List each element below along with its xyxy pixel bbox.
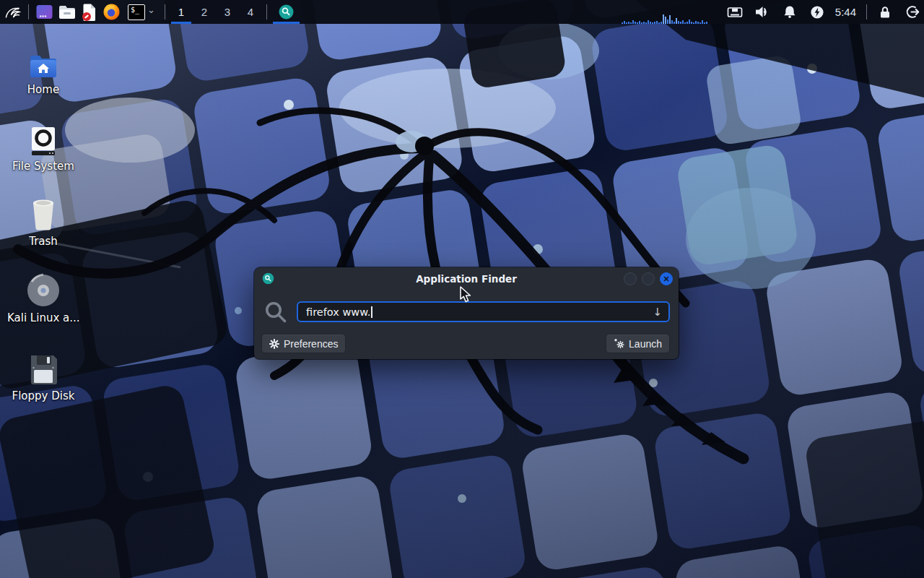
workspace-1-label: 1 bbox=[178, 6, 184, 18]
application-finder-window: Application Finder ✕ firefox www. ↓ bbox=[254, 267, 679, 359]
workspace-2[interactable]: 2 bbox=[193, 0, 216, 24]
desktop-icon-label: Trash bbox=[7, 235, 79, 248]
panel-separator bbox=[866, 4, 867, 20]
file-manager-icon bbox=[58, 4, 77, 21]
lock-screen-icon[interactable] bbox=[876, 0, 894, 24]
network-tray-icon[interactable] bbox=[726, 0, 744, 24]
search-input-value: firefox www. bbox=[306, 306, 370, 318]
system-monitor-graph[interactable] bbox=[622, 0, 717, 24]
titlebar[interactable]: Application Finder ✕ bbox=[254, 267, 679, 290]
text-caret bbox=[371, 306, 372, 318]
preferences-button[interactable]: Preferences bbox=[261, 334, 346, 353]
minimize-button[interactable] bbox=[624, 272, 637, 285]
workspace-3-label: 3 bbox=[225, 6, 230, 18]
volume-tray-icon[interactable] bbox=[754, 0, 771, 24]
workspace-4[interactable]: 4 bbox=[239, 0, 262, 24]
panel-clock[interactable]: 5:44 bbox=[835, 6, 856, 18]
gear-icon bbox=[269, 339, 279, 349]
terminal-emulator-launcher[interactable] bbox=[33, 0, 56, 24]
panel-separator bbox=[165, 4, 165, 20]
panel-separator bbox=[266, 4, 267, 20]
floppy-icon bbox=[7, 348, 79, 386]
top-panel: $_ ⌄ 1 2 3 4 bbox=[0, 0, 924, 24]
desktop-icon-label: File System bbox=[7, 160, 79, 173]
launch-button[interactable]: Launch bbox=[606, 334, 670, 353]
window-title: Application Finder bbox=[254, 273, 679, 285]
chevron-down-icon: ⌄ bbox=[147, 7, 155, 14]
workspace-switcher: 1 2 3 4 bbox=[170, 0, 262, 24]
terminal-dropdown-launcher[interactable]: $_ ⌄ bbox=[123, 0, 160, 24]
panel-separator bbox=[28, 4, 29, 20]
tasklist-application-finder[interactable] bbox=[273, 0, 300, 24]
desktop-icon-home[interactable]: Home bbox=[7, 42, 79, 96]
desktop-icon-label: Floppy Disk bbox=[7, 389, 79, 402]
dropdown-arrow-icon[interactable]: ↓ bbox=[653, 306, 662, 319]
desktop-icon-trash[interactable]: Trash bbox=[7, 194, 79, 248]
qterminal-icon bbox=[35, 3, 53, 21]
desktop-icon-label: Home bbox=[7, 83, 79, 96]
run-gears-icon bbox=[614, 338, 624, 349]
launch-label: Launch bbox=[629, 338, 662, 350]
notifications-bell-icon[interactable] bbox=[781, 0, 798, 24]
desktop-icon-kali-linux[interactable]: Kali Linux a... bbox=[7, 270, 79, 324]
drive-icon bbox=[7, 118, 79, 156]
text-editor-launcher[interactable] bbox=[78, 0, 100, 24]
text-editor-icon bbox=[81, 3, 98, 22]
desktop-icon-floppy-disk[interactable]: Floppy Disk bbox=[7, 348, 79, 402]
maximize-button[interactable] bbox=[642, 272, 655, 285]
firefox-launcher[interactable] bbox=[100, 0, 123, 24]
terminal-icon: $_ bbox=[128, 4, 145, 20]
logout-icon[interactable] bbox=[904, 0, 921, 24]
workspace-2-label: 2 bbox=[201, 6, 207, 18]
file-manager-launcher[interactable] bbox=[56, 0, 78, 24]
desktop: $_ ⌄ 1 2 3 4 bbox=[0, 0, 924, 578]
optical-disc-icon bbox=[7, 270, 79, 308]
desktop-icon-label: Kali Linux a... bbox=[7, 311, 79, 324]
power-manager-tray-icon[interactable] bbox=[808, 0, 826, 24]
search-icon bbox=[264, 301, 287, 324]
close-button[interactable]: ✕ bbox=[660, 272, 673, 285]
firefox-icon bbox=[103, 3, 121, 21]
applications-menu-button[interactable] bbox=[0, 0, 24, 24]
kali-logo-icon bbox=[4, 4, 21, 21]
desktop-icon-file-system[interactable]: File System bbox=[7, 118, 79, 173]
workspace-4-label: 4 bbox=[248, 6, 253, 18]
preferences-label: Preferences bbox=[284, 338, 338, 350]
trash-icon bbox=[7, 194, 79, 231]
search-input[interactable]: firefox www. ↓ bbox=[297, 301, 670, 322]
home-folder-icon bbox=[7, 42, 79, 79]
workspace-1[interactable]: 1 bbox=[170, 0, 193, 24]
application-finder-icon bbox=[278, 4, 295, 20]
workspace-3[interactable]: 3 bbox=[216, 0, 239, 24]
